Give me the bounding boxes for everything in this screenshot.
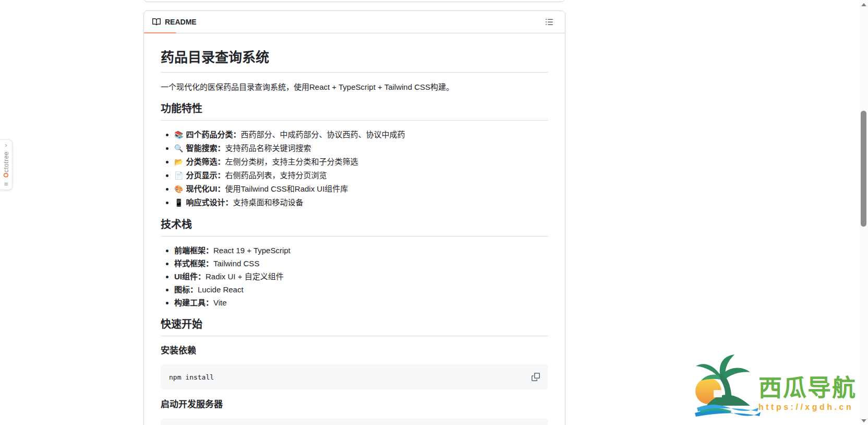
features-heading: 功能特性 (161, 102, 548, 121)
books-emoji: 📚 (174, 131, 183, 139)
chevron-right-icon: › (5, 143, 7, 148)
mobile-emoji: 📱 (174, 198, 183, 207)
files-panel-bottom-edge (143, 0, 565, 2)
octotree-label: Octotree (3, 151, 10, 178)
list-unordered-icon (545, 18, 553, 26)
dev-code-block (161, 418, 548, 425)
book-icon (152, 18, 161, 26)
readme-panel-header: README (144, 11, 565, 33)
features-list: 📚四个药品分类：西药部分、中成药部分、协议西药、协议中成药 🔍智能搜索：支持药品… (161, 128, 548, 209)
folder-emoji: 📂 (174, 158, 183, 166)
list-item: 前端框架：React 19 + TypeScript (174, 244, 548, 257)
scrollbar-thumb[interactable] (861, 111, 866, 227)
watermark-site-name: 西瓜导航 (758, 375, 857, 402)
palm-island-logo (693, 353, 762, 420)
watermark-site-url: https://xgdh.cn (758, 403, 857, 412)
list-item: UI组件：Radix UI + 自定义组件 (174, 270, 548, 283)
vertical-scrollbar[interactable] (859, 0, 868, 425)
site-watermark: 西瓜导航 https://xgdh.cn (693, 342, 868, 420)
list-item: 📄分页显示：右侧药品列表，支持分页浏览 (174, 169, 548, 182)
active-tab-underline (144, 32, 176, 33)
tech-stack-list: 前端框架：React 19 + TypeScript 样式框架：Tailwind… (161, 244, 548, 309)
menu-icon: ≡ (4, 182, 8, 187)
install-heading: 安装依赖 (161, 345, 548, 357)
octotree-toggle[interactable]: › Octotree ≡ (0, 139, 13, 190)
readme-tab-label: README (165, 18, 197, 26)
dev-server-heading: 启动开发服务器 (161, 398, 548, 411)
quick-start-heading: 快速开始 (161, 317, 548, 336)
triangle-up-icon (861, 3, 866, 6)
palette-emoji: 🎨 (174, 185, 183, 193)
triangle-down-icon (861, 419, 866, 422)
page-emoji: 📄 (174, 171, 183, 180)
tab-readme[interactable]: README (152, 18, 197, 26)
readme-panel: README 药品目录查询系统 一个现代化的医保药品目录查询系统，使用React… (143, 10, 565, 425)
list-item: 构建工具：Vite (174, 296, 548, 309)
watermark-text: 西瓜导航 https://xgdh.cn (758, 375, 857, 421)
readme-content: 药品目录查询系统 一个现代化的医保药品目录查询系统，使用React + Type… (144, 33, 565, 425)
intro-paragraph: 一个现代化的医保药品目录查询系统，使用React + TypeScript + … (161, 81, 548, 93)
list-item: 图标：Lucide React (174, 283, 548, 296)
list-item: 🎨现代化UI：使用Tailwind CSS和Radix UI组件库 (174, 182, 548, 196)
code-text: npm install (169, 373, 214, 381)
page-title: 药品目录查询系统 (161, 49, 548, 73)
copy-button[interactable] (528, 370, 543, 384)
list-item: 📚四个药品分类：西药部分、中成药部分、协议西药、协议中成药 (174, 128, 548, 141)
tech-stack-heading: 技术栈 (161, 218, 548, 237)
install-code-block: npm install (161, 364, 548, 390)
outline-button[interactable] (542, 15, 557, 29)
list-item: 样式框架：Tailwind CSS (174, 257, 548, 270)
list-item: 📱响应式设计：支持桌面和移动设备 (174, 196, 548, 209)
copy-icon (532, 373, 540, 381)
scroll-down-arrow[interactable] (859, 416, 868, 425)
scroll-up-arrow[interactable] (859, 0, 868, 9)
list-item: 🔍智能搜索：支持药品名称关键词搜索 (174, 141, 548, 155)
magnifier-emoji: 🔍 (174, 144, 183, 152)
list-item: 📂分类筛选：左侧分类树，支持主分类和子分类筛选 (174, 155, 548, 169)
